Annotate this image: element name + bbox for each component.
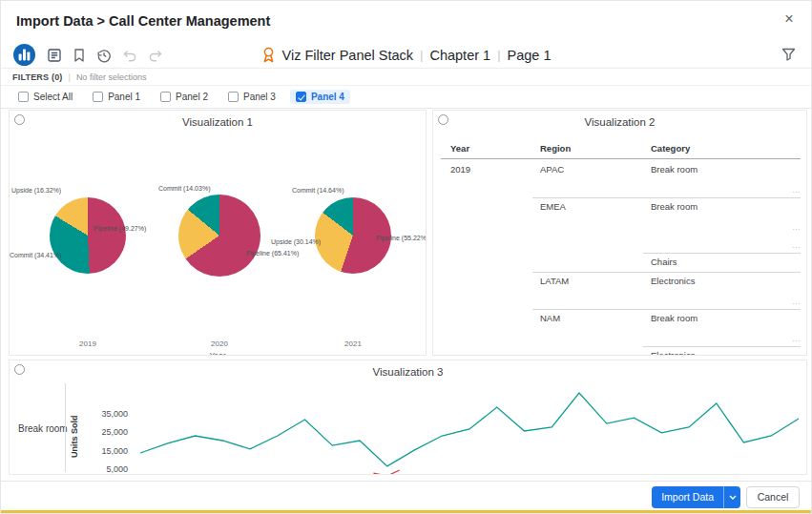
row-ellipsis: …	[792, 222, 801, 232]
table-row: …	[433, 179, 806, 197]
checkbox-panel-2[interactable]: Panel 2	[155, 90, 214, 104]
axis-separator-line	[65, 383, 66, 472]
checkbox-box[interactable]	[228, 92, 239, 102]
pie-slice-label: Upside (30.14%)	[271, 238, 321, 245]
table-header-rule	[441, 158, 801, 159]
x-tick-2019: 2019	[59, 339, 116, 348]
cell-category: Electronics	[651, 276, 695, 286]
checkbox-label: Select All	[33, 92, 73, 102]
y-tick: 25,000	[90, 427, 128, 437]
checkbox-panel-1[interactable]: Panel 1	[87, 90, 146, 104]
column-header-year: Year	[450, 143, 469, 154]
filters-count-label: FILTERS (0)	[12, 72, 63, 82]
pie-slice-label: Upside (16.32%)	[11, 187, 61, 194]
table-row: Electronics	[433, 346, 806, 356]
viz1-title: Visualization 1	[10, 116, 426, 128]
checkbox-label: Panel 1	[108, 92, 140, 102]
checkbox-select-all[interactable]: Select All	[12, 90, 78, 104]
page-title: Import Data > Call Center Management	[16, 13, 270, 29]
filter-funnel-icon[interactable]	[781, 48, 796, 61]
units-line	[140, 393, 799, 466]
toolbar: Viz Filter Panel Stack | Chapter 1 | Pag…	[1, 41, 811, 69]
pie-slice-label: Commit (14.03%)	[158, 185, 210, 192]
column-header-region: Region	[540, 143, 571, 154]
table-row: EMEABreak room	[433, 197, 806, 216]
fragment-line	[373, 470, 399, 475]
table-row: …	[433, 235, 806, 253]
filters-bar: FILTERS (0) | No filter selections	[1, 70, 811, 86]
bottom-accent-bar	[1, 510, 811, 513]
cell-year: 2019	[450, 164, 470, 175]
checkbox-panel-3[interactable]: Panel 3	[222, 90, 281, 104]
y-tick: 15,000	[90, 446, 128, 456]
table-row: …	[433, 216, 806, 235]
x-axis-title: Year	[10, 351, 426, 356]
pie-chart-2020	[178, 195, 260, 277]
import-data-button[interactable]: Import Data	[652, 486, 740, 508]
import-data-label[interactable]: Import Data	[652, 486, 723, 508]
y-tick: 5,000	[90, 464, 128, 474]
y-axis-title: Units Sold	[70, 401, 79, 473]
pie-chart-2019	[50, 197, 126, 274]
ribbon-icon	[261, 47, 276, 63]
viz2-panel: Visualization 2 Year Region Category 201…	[432, 110, 807, 356]
table-row: NAMBreak room	[433, 309, 806, 328]
checkbox-label: Panel 4	[311, 92, 344, 102]
cell-region: APAC	[540, 164, 564, 175]
table-row: …	[433, 328, 806, 346]
stack-title: Viz Filter Panel Stack	[282, 48, 414, 63]
table-row: Chairs	[433, 253, 806, 272]
viz3-title: Visualization 3	[10, 366, 806, 378]
table-row: LATAMElectronics	[433, 272, 806, 291]
page-label: Page 1	[508, 48, 552, 63]
row-ellipsis: …	[792, 240, 801, 250]
cell-region: NAM	[540, 313, 560, 323]
viz2-title: Visualization 2	[433, 116, 806, 128]
y-tick: 35,000	[90, 409, 128, 419]
checkbox-box[interactable]	[160, 92, 171, 102]
row-ellipsis: …	[792, 334, 801, 343]
pie-slice-label: Commit (14.64%)	[292, 187, 344, 194]
panel-filter-bar: Select AllPanel 1Panel 2Panel 3Panel 4	[1, 86, 811, 109]
row-ellipsis: …	[792, 297, 801, 306]
dialog-footer: Import Data Cancel	[1, 481, 811, 512]
column-header-category: Category	[651, 143, 690, 154]
table-row: …	[433, 291, 806, 309]
close-icon[interactable]: ×	[780, 10, 799, 29]
checkbox-box[interactable]	[18, 92, 29, 102]
cancel-button[interactable]: Cancel	[746, 486, 800, 508]
import-options-dropdown[interactable]	[723, 486, 740, 508]
viz1-panel: Visualization 1 Upside (16.32%) Commit (…	[9, 110, 427, 356]
checkbox-panel-4[interactable]: Panel 4	[290, 90, 350, 104]
viz2-rows: 2019APACBreak room…EMEABreak room……Chair…	[433, 160, 806, 356]
table-row: 2019APACBreak room	[433, 160, 806, 179]
checkbox-box[interactable]	[93, 92, 103, 102]
import-data-dialog: Import Data > Call Center Management ×	[0, 0, 812, 514]
x-tick-2020: 2020	[191, 339, 248, 348]
cell-category: Break room	[651, 201, 697, 212]
cell-region: LATAM	[540, 276, 569, 286]
cell-region: EMEA	[540, 201, 566, 212]
toolbar-title-group: Viz Filter Panel Stack | Chapter 1 | Pag…	[1, 41, 811, 69]
title-separator: |	[497, 48, 500, 62]
pie-slice-label: Pipeline (65.41%)	[246, 250, 299, 257]
filters-status-message: No filter selections	[76, 72, 147, 82]
chapter-label: Chapter 1	[429, 48, 490, 63]
checkbox-label: Panel 3	[243, 92, 276, 102]
row-ellipsis: …	[792, 185, 801, 195]
cell-category: Break room	[651, 164, 697, 175]
viz3-panel: Visualization 3 Break room Units Sold 35…	[9, 360, 807, 475]
row-label-break-room: Break room	[18, 423, 68, 434]
cell-category: Electronics	[651, 350, 695, 356]
cell-category: Break room	[651, 313, 697, 323]
checkbox-label: Panel 2	[176, 92, 208, 102]
pie-slice-label: Pipeline (55.22%)	[376, 235, 427, 241]
line-chart	[131, 383, 807, 475]
pie-slice-label: Pipeline (49.27%)	[94, 225, 146, 232]
filters-divider: |	[69, 72, 71, 82]
checkbox-box[interactable]	[296, 92, 306, 102]
cell-category: Chairs	[651, 257, 677, 267]
pie-slice-label: Commit (34.41%)	[10, 252, 61, 258]
x-tick-2021: 2021	[324, 339, 382, 348]
chevron-down-icon	[729, 495, 737, 500]
